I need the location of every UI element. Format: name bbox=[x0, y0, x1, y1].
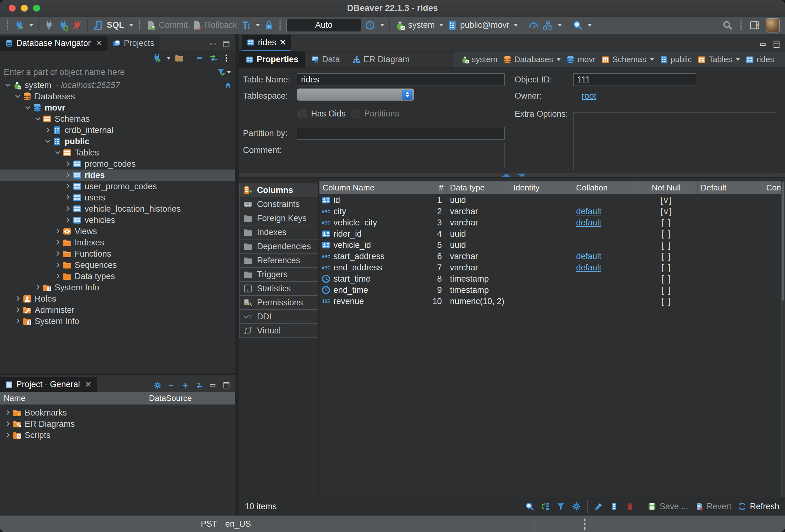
tree-item-schemas[interactable]: Schemas bbox=[0, 113, 235, 125]
grid-header-[interactable]: # bbox=[385, 181, 447, 194]
grid-row-start-address[interactable]: ABCstart_address6varchardefault[ ] bbox=[320, 251, 781, 262]
history-dropdown-icon[interactable] bbox=[380, 24, 384, 27]
doc-tab-rides[interactable]: rides ✕ bbox=[242, 35, 291, 51]
close-icon[interactable]: ✕ bbox=[85, 380, 92, 389]
reconnect-icon[interactable] bbox=[58, 20, 68, 31]
grid-header-column-name[interactable]: Column Name bbox=[320, 181, 385, 194]
tree-item-system-info[interactable]: System Info bbox=[0, 282, 235, 293]
chevron-down-icon[interactable] bbox=[557, 58, 560, 61]
view-menu-icon[interactable] bbox=[222, 53, 231, 63]
chevron-right-icon[interactable] bbox=[43, 126, 52, 134]
toolbar-drag-handle[interactable] bbox=[138, 20, 140, 30]
section-tab-ddl[interactable]: <>TDDL bbox=[239, 309, 318, 324]
link-with-editor-icon[interactable] bbox=[209, 53, 218, 63]
grid-search-icon[interactable] bbox=[525, 502, 534, 511]
object-filter-input[interactable] bbox=[4, 68, 216, 77]
tab-database-navigator[interactable]: Database Navigator ✕ bbox=[0, 36, 107, 51]
sync-columns-icon[interactable] bbox=[540, 502, 550, 511]
column-header-datasource[interactable]: DataSource bbox=[145, 394, 192, 403]
quick-access-search-icon[interactable] bbox=[722, 20, 733, 31]
zoom-window-button[interactable] bbox=[33, 5, 40, 11]
search-objects-icon[interactable] bbox=[572, 20, 583, 31]
breadcrumb-item-movr[interactable]: movr bbox=[563, 55, 598, 64]
delete-column-icon[interactable] bbox=[625, 502, 634, 511]
collapse-all-icon[interactable] bbox=[196, 53, 205, 63]
chevron-right-icon[interactable] bbox=[13, 306, 23, 314]
section-tab-indexes[interactable]: Indexes bbox=[239, 225, 318, 239]
breadcrumb-item-tables[interactable]: Tables bbox=[694, 55, 742, 64]
chevron-down-icon[interactable] bbox=[33, 115, 43, 123]
has-oids-checkbox[interactable]: Has Oids bbox=[299, 108, 346, 119]
connect-icon[interactable] bbox=[44, 20, 54, 31]
project-item-er-diagrams[interactable]: ER Diagrams bbox=[0, 419, 235, 430]
perspective-icon[interactable] bbox=[750, 20, 760, 31]
compare-dropdown-icon[interactable] bbox=[558, 24, 562, 27]
tree-item-functions[interactable]: Functions bbox=[0, 248, 235, 259]
minimize-panel-icon[interactable] bbox=[209, 40, 217, 48]
section-tab-statistics[interactable]: iStatistics bbox=[239, 281, 318, 296]
refresh-button[interactable]: Refresh bbox=[737, 502, 779, 511]
collation-link[interactable]: default bbox=[576, 263, 601, 273]
tree-item-user-promo-codes[interactable]: user_promo_codes bbox=[0, 181, 235, 192]
edit-column-icon[interactable] bbox=[594, 502, 603, 511]
object-id-input[interactable] bbox=[573, 73, 696, 86]
grid-header-data-type[interactable]: Data type bbox=[447, 181, 510, 194]
commit-mode-combo[interactable]: Auto bbox=[286, 19, 361, 32]
lock-icon[interactable] bbox=[263, 20, 274, 31]
chevron-right-icon[interactable] bbox=[53, 238, 62, 247]
commit-button[interactable]: Commit bbox=[146, 20, 188, 31]
panel-splitter[interactable] bbox=[235, 34, 239, 515]
active-connection-selector[interactable]: system bbox=[395, 20, 444, 31]
section-tab-constraints[interactable]: Constraints bbox=[239, 197, 318, 211]
chevron-right-icon[interactable] bbox=[13, 295, 23, 303]
collapse-down-icon[interactable] bbox=[517, 174, 527, 177]
minimize-panel-icon[interactable] bbox=[209, 381, 217, 389]
disconnect-icon[interactable] bbox=[72, 20, 82, 31]
chevron-right-icon[interactable] bbox=[53, 272, 62, 280]
transaction-mode-icon[interactable] bbox=[240, 20, 251, 31]
grid-row-id[interactable]: id1uuid[v] bbox=[320, 195, 781, 206]
tree-item-users[interactable]: users bbox=[0, 192, 235, 203]
grid-header-default[interactable]: Default bbox=[698, 181, 763, 194]
tree-item-vehicles[interactable]: vehicles bbox=[0, 214, 235, 226]
grid-row-start-time[interactable]: start_time8timestamp[ ] bbox=[320, 273, 781, 284]
new-connection-dropdown-icon[interactable] bbox=[167, 57, 171, 60]
chevron-right-icon[interactable] bbox=[63, 216, 72, 224]
grid-settings-icon[interactable] bbox=[572, 502, 581, 511]
subtab-er-diagram[interactable]: ER Diagram bbox=[346, 52, 416, 68]
tree-item-promo-codes[interactable]: promo_codes bbox=[0, 158, 235, 170]
toolbar-drag-handle[interactable] bbox=[7, 20, 8, 30]
chevron-down-icon[interactable] bbox=[3, 81, 12, 89]
chevron-right-icon[interactable] bbox=[13, 317, 23, 325]
chevron-down-icon[interactable] bbox=[23, 104, 32, 112]
tree-item-administer[interactable]: Administer bbox=[0, 304, 235, 315]
grid-scrollbar[interactable] bbox=[781, 181, 785, 497]
section-tab-triggers[interactable]: Triggers bbox=[239, 267, 318, 282]
tree-item-public[interactable]: public bbox=[0, 136, 235, 147]
tab-project-general[interactable]: Project - General ✕ bbox=[0, 377, 97, 392]
chevron-right-icon[interactable] bbox=[53, 227, 62, 235]
tab-projects[interactable]: Projects bbox=[107, 36, 159, 51]
grid-header-identity[interactable]: Identity bbox=[510, 181, 573, 194]
dashboard-icon[interactable] bbox=[528, 20, 539, 31]
transaction-dropdown-icon[interactable] bbox=[256, 24, 260, 27]
chevron-right-icon[interactable] bbox=[63, 205, 72, 213]
section-tab-dependencies[interactable]: Dependencies bbox=[239, 239, 318, 254]
new-connection-dropdown-icon[interactable] bbox=[29, 24, 33, 27]
extra-options-textarea[interactable] bbox=[573, 112, 776, 170]
chevron-down-icon[interactable] bbox=[736, 58, 740, 61]
grid-row-vehicle-city[interactable]: ABCvehicle_city3varchardefault[ ] bbox=[320, 217, 781, 228]
maximize-panel-icon[interactable] bbox=[222, 40, 230, 48]
chevron-right-icon[interactable] bbox=[63, 160, 72, 168]
tree-item-data-types[interactable]: Data types bbox=[0, 271, 235, 282]
grid-header-not-null[interactable]: Not Null bbox=[635, 181, 698, 194]
tree-item-tables[interactable]: Tables bbox=[0, 147, 235, 158]
collapse-all-icon[interactable] bbox=[167, 381, 176, 389]
chevron-down-icon[interactable] bbox=[13, 93, 23, 101]
filter-dropdown-icon[interactable] bbox=[227, 71, 231, 74]
section-tab-virtual[interactable]: Virtual bbox=[239, 324, 318, 338]
tree-item-system[interactable]: system- localhost:26257 bbox=[0, 80, 235, 91]
grid-filter-icon[interactable] bbox=[556, 502, 565, 511]
tree-item-vehicle-location-histories[interactable]: vehicle_location_histories bbox=[0, 203, 235, 214]
project-item-bookmarks[interactable]: Bookmarks bbox=[0, 407, 235, 419]
